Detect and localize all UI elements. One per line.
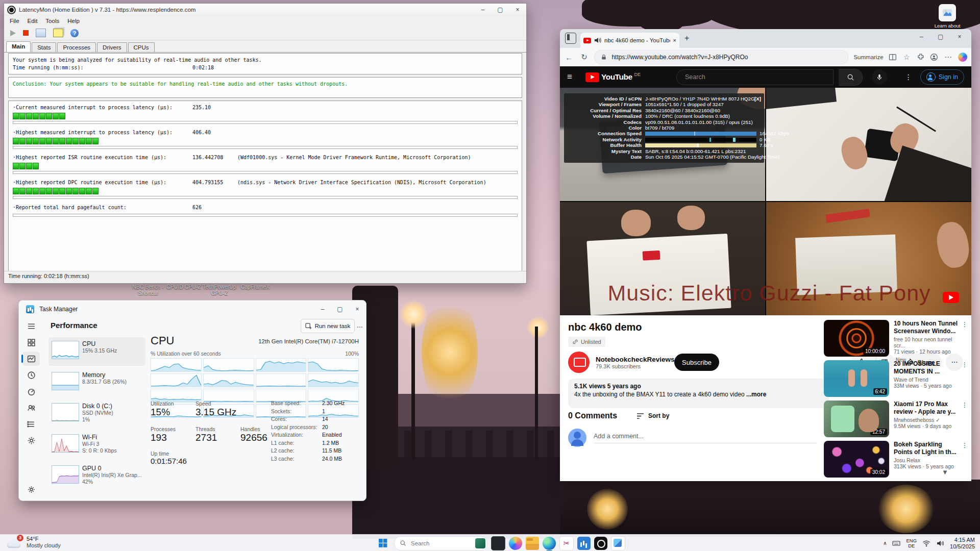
sign-in-button[interactable]: Sign in: [920, 69, 964, 85]
minimize-button[interactable]: –: [913, 31, 930, 42]
video-thumbnail[interactable]: 6:42: [824, 360, 889, 397]
sidebar-item-processes[interactable]: [22, 335, 40, 349]
search-highlight-icon[interactable]: [475, 538, 485, 548]
menu-tools[interactable]: Tools: [42, 17, 63, 25]
card-kebab-icon[interactable]: ⋮: [962, 321, 968, 328]
list-item-memory[interactable]: Memory 8.3/31.7 GB (26%): [48, 368, 145, 397]
tab-cpus[interactable]: CPUs: [128, 42, 155, 52]
sidebar-item-performance[interactable]: [22, 352, 40, 366]
sort-by-button[interactable]: Sort by: [636, 412, 669, 419]
search-input[interactable]: [410, 540, 459, 547]
summarize-button[interactable]: Summarize: [853, 54, 883, 60]
video-thumbnail[interactable]: 10:00:00: [824, 320, 889, 357]
favorites-star-icon[interactable]: ☆: [901, 53, 912, 61]
split-screen-icon[interactable]: [889, 53, 897, 61]
channel-avatar[interactable]: [568, 352, 590, 373]
minimize-button[interactable]: –: [314, 304, 331, 315]
start-button[interactable]: [375, 536, 390, 551]
spotlight-picture-icon[interactable]: [939, 4, 956, 21]
more-options-icon[interactable]: ...: [357, 321, 363, 329]
photos-app-icon[interactable]: [611, 536, 625, 550]
list-item-cpu[interactable]: CPU 15% 3.15 GHz: [48, 337, 145, 366]
tab-close-icon[interactable]: ×: [673, 37, 676, 43]
card-kebab-icon[interactable]: ⋮: [962, 442, 968, 449]
sidebar-item-users[interactable]: [22, 400, 40, 415]
sidebar-item-details[interactable]: [22, 417, 40, 431]
maximize-button[interactable]: ▢: [492, 4, 509, 15]
video-thumbnail[interactable]: 30:02: [824, 441, 889, 478]
report-icon[interactable]: [53, 29, 63, 37]
video-player[interactable]: [X] Video ID / sCPNJ-x8HPyQROo / YH1P 7N…: [560, 88, 971, 315]
search-icon[interactable]: [839, 69, 863, 86]
snipping-tool-icon[interactable]: ✂: [559, 536, 574, 550]
analyze-icon[interactable]: [36, 29, 46, 37]
stop-monitor-icon[interactable]: [23, 30, 29, 36]
youtube-search-input[interactable]: [676, 69, 834, 85]
language-indicator[interactable]: ENG DE: [906, 538, 917, 548]
browser-menu-kebab-icon[interactable]: ⋯: [943, 53, 953, 62]
menu-file[interactable]: File: [6, 17, 23, 25]
youtube-kebab-icon[interactable]: ⋮: [905, 73, 912, 81]
menu-edit[interactable]: Edit: [24, 17, 41, 25]
tab-stats[interactable]: Stats: [32, 42, 56, 52]
description-box[interactable]: 5.1K views 5 years ago 4x the unboxing o…: [568, 379, 829, 408]
extensions-puzzle-icon[interactable]: [917, 53, 925, 61]
hamburger-menu-icon[interactable]: [22, 319, 40, 333]
subscribe-button[interactable]: Subscribe: [674, 354, 719, 371]
suggested-video-card[interactable]: 10:00:00 10 hours Neon Tunnel Screensave…: [824, 320, 968, 358]
stats-close-button[interactable]: [X]: [754, 96, 761, 102]
wifi-icon[interactable]: [922, 539, 930, 547]
new-tab-button[interactable]: +: [684, 34, 689, 43]
more-link[interactable]: ...more: [746, 391, 766, 398]
tab-search-icon[interactable]: [565, 33, 576, 44]
card-kebab-icon[interactable]: ⋮: [962, 361, 968, 368]
list-item-disk[interactable]: Disk 0 (C:) SSD (NVMe) 1%: [48, 399, 145, 428]
menu-help[interactable]: Help: [64, 17, 83, 25]
minimize-button[interactable]: –: [474, 4, 492, 15]
address-bar[interactable]: [594, 50, 848, 64]
speaker-icon[interactable]: [936, 539, 944, 547]
file-explorer-icon[interactable]: [526, 537, 539, 550]
stats-for-nerds-panel[interactable]: [X] Video ID / sCPNJ-x8HPyQROo / YH1P 7N…: [564, 93, 764, 163]
card-kebab-icon[interactable]: ⋮: [962, 402, 968, 409]
settings-gear-icon[interactable]: [22, 482, 40, 496]
desktop-icon-capframex[interactable]: CapFrameX: [234, 284, 277, 290]
run-new-task-button[interactable]: Run new task: [301, 319, 355, 333]
edge-browser-icon[interactable]: [543, 537, 556, 550]
suggested-video-card[interactable]: 6:42 20 IMPOSSIBLE MOMENTS IN ... Wave o…: [824, 360, 968, 398]
start-monitor-icon[interactable]: [10, 30, 16, 36]
taskbar-search-box[interactable]: [394, 536, 487, 550]
touch-keyboard-icon[interactable]: [892, 539, 900, 547]
weather-widget[interactable]: 3 54°F Mostly cloudy: [7, 536, 61, 549]
youtube-hamburger-icon[interactable]: ≡: [567, 72, 580, 82]
profile-avatar-icon[interactable]: [930, 53, 938, 61]
task-view-icon[interactable]: [491, 536, 505, 550]
close-button[interactable]: ×: [951, 31, 968, 42]
dark-circle-app-icon[interactable]: [594, 537, 607, 550]
youtube-logo[interactable]: YouTube DE: [585, 72, 641, 82]
sidebar-item-startup-apps[interactable]: [22, 384, 40, 398]
copilot-icon[interactable]: [509, 537, 522, 550]
list-item-wifi[interactable]: Wi-Fi Wi-Fi 3 S: 0 R: 0 Kbps: [48, 431, 145, 459]
refresh-icon[interactable]: ↻: [579, 53, 590, 62]
close-button[interactable]: ×: [349, 304, 366, 315]
suggested-video-card[interactable]: 12:57 Xiaomi 17 Pro Max review - Apple a…: [824, 400, 968, 438]
voice-search-mic-icon[interactable]: [872, 69, 887, 85]
youtube-watermark-logo[interactable]: [943, 292, 959, 303]
video-thumbnail[interactable]: 12:57: [824, 400, 889, 437]
browser-tab-active[interactable]: nbc 4k60 demo - YouTube ×: [580, 33, 679, 48]
add-comment-input[interactable]: Add a comment...: [594, 433, 817, 443]
close-button[interactable]: ×: [509, 4, 526, 15]
sidebar-item-app-history[interactable]: [22, 368, 40, 382]
maximize-button[interactable]: ▢: [331, 304, 349, 315]
help-icon[interactable]: ?: [70, 29, 79, 37]
sidebar-item-services[interactable]: [22, 433, 40, 447]
tab-main[interactable]: Main: [6, 41, 31, 52]
maximize-button[interactable]: ▢: [932, 31, 949, 42]
channel-name[interactable]: NotebookcheckReviews: [596, 356, 672, 363]
copilot-orb-icon[interactable]: [958, 53, 967, 62]
hidden-icons-chevron[interactable]: ∧: [883, 540, 887, 546]
taskbar-clock[interactable]: 4:15 AM 10/5/2025: [950, 537, 975, 550]
task-manager-titlebar[interactable]: Task Manager – ▢ ×: [19, 300, 366, 318]
list-item-gpu[interactable]: GPU 0 Intel(R) Iris(R) Xe Grap... 42%: [48, 462, 145, 490]
